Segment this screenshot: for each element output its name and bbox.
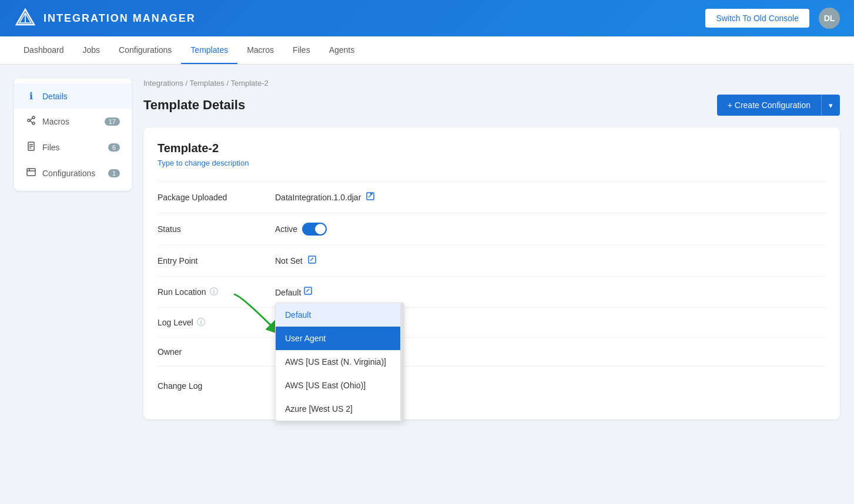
package-uploaded-label: Package Uploaded [158, 193, 275, 202]
entry-point-label: Entry Point [158, 256, 275, 266]
nav-item-macros[interactable]: Macros [237, 37, 283, 64]
svg-rect-12 [27, 169, 35, 176]
log-level-label: Log Level ⓘ [158, 317, 275, 328]
status-toggle[interactable] [302, 223, 327, 236]
field-log-level: Log Level ⓘ [158, 307, 826, 337]
run-location-dropdown-menu: Default User Agent AWS [US East (N. Virg… [275, 303, 404, 421]
log-level-info-icon: ⓘ [197, 317, 205, 328]
content-wrapper: ℹ Details Macros 17 [0, 65, 854, 434]
svg-line-16 [369, 194, 371, 197]
field-run-location: Run Location ⓘ Default [158, 276, 826, 307]
svg-point-3 [28, 119, 30, 122]
field-status: Status Active [158, 213, 826, 245]
sidebar-item-macros[interactable]: Macros 17 [14, 109, 132, 135]
run-location-dropdown-container: Default Default User Agent AWS [US East … [275, 286, 313, 298]
entry-point-text: Not Set [275, 256, 303, 266]
sidebar-item-configurations-label: Configurations [42, 169, 95, 178]
entry-point-value: Not Set [275, 255, 317, 267]
breadcrumb: Integrations / Templates / Template-2 [143, 79, 840, 88]
main-nav: Dashboard Jobs Configurations Templates … [0, 36, 854, 65]
nav-item-agents[interactable]: Agents [320, 37, 364, 64]
sidebar: ℹ Details Macros 17 [14, 79, 132, 191]
avatar[interactable]: DL [819, 8, 840, 29]
field-change-log: Change Log tian.com on Mar 1st 2024, 5:5… [158, 366, 826, 405]
svg-line-7 [30, 120, 32, 123]
switch-console-button[interactable]: Switch To Old Console [705, 9, 809, 28]
dropdown-item-aws-virginia[interactable]: AWS [US East (N. Virginia)] [276, 350, 404, 374]
sidebar-item-details-label: Details [42, 92, 68, 101]
nav-item-jobs[interactable]: Jobs [73, 37, 110, 64]
svg-line-21 [306, 289, 309, 292]
files-badge: 6 [108, 143, 120, 152]
nav-item-dashboard[interactable]: Dashboard [14, 37, 73, 64]
create-config-button[interactable]: + Create Configuration [717, 95, 821, 116]
status-value: Active [275, 223, 327, 236]
status-label: Status [158, 224, 275, 234]
header-left: INTEGRATION MANAGER [14, 7, 196, 29]
breadcrumb-sep-1: / [186, 79, 190, 88]
sidebar-item-configurations[interactable]: Configurations 1 [14, 160, 132, 186]
log-level-label-text: Log Level [158, 318, 193, 327]
header: INTEGRATION MANAGER Switch To Old Consol… [0, 0, 854, 36]
configurations-icon [26, 167, 36, 179]
breadcrumb-template2: Template-2 [230, 79, 268, 88]
dropdown-item-user-agent[interactable]: User Agent [276, 327, 404, 350]
svg-point-5 [32, 122, 35, 125]
info-icon: ℹ [26, 90, 36, 102]
main-content: Integrations / Templates / Template-2 Te… [143, 79, 840, 419]
configurations-badge: 1 [108, 169, 120, 177]
macros-badge: 17 [105, 117, 120, 126]
sidebar-item-macros-label: Macros [42, 117, 69, 126]
template-detail-card: Template-2 Type to change description Pa… [143, 127, 840, 419]
run-location-edit-icon[interactable] [303, 287, 313, 297]
svg-point-4 [32, 116, 35, 119]
run-location-label-text: Run Location [158, 287, 206, 297]
entry-point-edit-icon[interactable] [307, 255, 317, 267]
create-config-btn-group: + Create Configuration ▾ [717, 95, 840, 116]
header-right: Switch To Old Console DL [705, 8, 840, 29]
dropdown-item-aws-ohio[interactable]: AWS [US East (Ohio)] [276, 374, 404, 397]
run-location-label: Run Location ⓘ [158, 287, 275, 297]
run-location-text: Default [275, 288, 301, 297]
logo-icon [14, 7, 36, 29]
package-uploaded-text: DataIntegration.1.0.djar [275, 193, 361, 202]
field-entry-point: Entry Point Not Set [158, 245, 826, 276]
macros-icon [26, 116, 36, 127]
field-owner: Owner [158, 337, 826, 366]
run-location-info-icon: ⓘ [210, 287, 218, 297]
package-uploaded-edit-icon[interactable] [366, 191, 375, 203]
sidebar-item-details[interactable]: ℹ Details [14, 83, 132, 109]
svg-line-19 [310, 258, 313, 261]
files-icon [26, 142, 36, 153]
app-title: INTEGRATION MANAGER [43, 12, 196, 25]
field-package-uploaded: Package Uploaded DataIntegration.1.0.dja… [158, 182, 826, 213]
nav-item-templates[interactable]: Templates [181, 37, 237, 64]
sidebar-item-files[interactable]: Files 6 [14, 135, 132, 160]
change-log-label: Change Log [158, 381, 275, 391]
sidebar-item-files-label: Files [42, 143, 60, 152]
owner-label: Owner [158, 347, 275, 357]
create-config-dropdown-button[interactable]: ▾ [821, 95, 840, 116]
run-location-value: Default Default User Agent AWS [US East … [275, 286, 313, 298]
dropdown-item-azure-west[interactable]: Azure [West US 2] [276, 397, 404, 421]
svg-line-6 [30, 118, 32, 120]
page-header: Template Details + Create Configuration … [143, 95, 840, 116]
dropdown-scrollbar[interactable] [400, 303, 404, 421]
nav-item-files[interactable]: Files [283, 37, 320, 64]
dropdown-item-default[interactable]: Default [276, 303, 404, 327]
template-name: Template-2 [158, 142, 826, 155]
breadcrumb-integrations[interactable]: Integrations [143, 79, 183, 88]
status-text: Active [275, 224, 297, 234]
nav-item-configurations[interactable]: Configurations [109, 37, 181, 64]
package-uploaded-value: DataIntegration.1.0.djar [275, 191, 375, 203]
breadcrumb-templates[interactable]: Templates [190, 79, 225, 88]
template-description[interactable]: Type to change description [158, 159, 826, 167]
page-title: Template Details [143, 98, 245, 113]
